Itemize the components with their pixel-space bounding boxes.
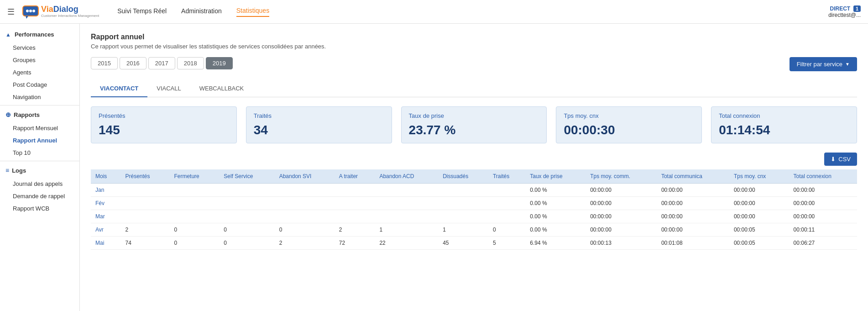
sidebar-item-agents[interactable]: Agents [0, 66, 79, 79]
cell-value: 00:00:00 [729, 184, 789, 197]
year-tab-2018[interactable]: 2018 [177, 57, 204, 69]
kpi-presentes-value: 145 [99, 123, 229, 137]
sidebar-item-rapport-wcb[interactable]: Rapport WCB [0, 202, 79, 215]
nav-statistiques[interactable]: Statistiques [236, 7, 269, 17]
year-tab-2019[interactable]: 2019 [206, 57, 233, 69]
year-tab-2017[interactable]: 2017 [148, 57, 175, 69]
table-body: Jan0.00 %00:00:0000:00:0000:00:0000:00:0… [91, 184, 857, 250]
cell-value: 1 [375, 223, 438, 237]
col-a-traiter: A traiter [335, 169, 375, 184]
col-selfservice: Self Service [219, 169, 274, 184]
cell-value: 72 [335, 237, 375, 250]
cell-value [219, 197, 274, 210]
sidebar-item-services[interactable]: Services [0, 42, 79, 54]
tab-webcallback[interactable]: WEBCALLBACK [190, 80, 253, 97]
sidebar-section-rapports-header[interactable]: ⊕ Rapports [0, 107, 79, 122]
table-row: Avr200021100.00 %00:00:0000:00:0000:00:0… [91, 223, 857, 237]
col-taux-prise: Taux de prise [525, 169, 586, 184]
nav-suivi[interactable]: Suivi Temps Réel [117, 7, 167, 16]
cell-value: 0 [169, 237, 219, 250]
sidebar-item-navigation[interactable]: Navigation [0, 91, 79, 103]
sidebar-section-performances-header[interactable]: ▲ Performances [0, 27, 79, 42]
sidebar-rapports-label: Rapports [14, 111, 40, 118]
year-tab-2016[interactable]: 2016 [120, 57, 146, 69]
cell-value [335, 197, 375, 210]
year-tabs: 2015 2016 2017 2018 2019 [91, 57, 790, 77]
sidebar-item-journal[interactable]: Journal des appels [0, 178, 79, 190]
cell-value: 0 [169, 223, 219, 237]
user-direct: DIRECT 1 [830, 5, 861, 12]
year-tab-2015[interactable]: 2015 [91, 57, 118, 69]
cell-value: 0.00 % [525, 184, 586, 197]
sidebar-divider-1 [0, 105, 79, 105]
sidebar-item-demande-rappel[interactable]: Demande de rappel [0, 190, 79, 202]
kpi-cards: Présentés 145 Traités 34 Taux de prise 2… [91, 106, 857, 143]
cell-value: 1 [438, 223, 488, 237]
sidebar-section-logs-header[interactable]: ≡ Logs [0, 163, 79, 178]
tab-viacall[interactable]: VIACALL [147, 80, 190, 97]
sidebar-item-top10[interactable]: Top 10 [0, 147, 79, 159]
col-abandon-acd: Abandon ACD [375, 169, 438, 184]
sidebar-item-rapport-annuel[interactable]: Rapport Annuel [0, 134, 79, 147]
chevron-down-icon: ▼ [845, 62, 850, 67]
year-tabs-list: 2015 2016 2017 2018 2019 [91, 57, 790, 69]
cell-value: 00:00:00 [657, 223, 729, 237]
cell-value [438, 184, 488, 197]
cell-value [121, 197, 170, 210]
topnav: ☰ Via Dialog Customer Interactions Manag… [0, 0, 868, 24]
cell-month: Mai [91, 237, 121, 250]
table-row: Mar0.00 %00:00:0000:00:0000:00:0000:00:0… [91, 210, 857, 223]
kpi-presentes-label: Présentés [99, 112, 229, 119]
sidebar-performances-label: Performances [15, 31, 54, 38]
col-traites: Traités [488, 169, 525, 184]
filter-service-button[interactable]: Filtrer par service ▼ [790, 57, 857, 71]
cell-value [438, 197, 488, 210]
cell-value [488, 184, 525, 197]
hamburger-icon[interactable]: ☰ [7, 7, 15, 17]
cell-value: 45 [438, 237, 488, 250]
kpi-taux-prise-value: 23.77 % [409, 123, 539, 137]
cell-value: 00:06:27 [789, 237, 857, 250]
csv-button[interactable]: ⬇ CSV [824, 153, 857, 166]
sidebar-item-postcodage[interactable]: Post Codage [0, 79, 79, 91]
nav-administration[interactable]: Administration [181, 7, 222, 16]
kpi-traites-value: 34 [254, 123, 384, 137]
cell-value: 5 [488, 237, 525, 250]
kpi-taux-prise: Taux de prise 23.77 % [401, 106, 547, 143]
kpi-total-connexion: Total connexion 01:14:54 [711, 106, 857, 143]
cell-month: Fév [91, 197, 121, 210]
sidebar: ▲ Performances Services Groupes Agents P… [0, 24, 80, 311]
cell-value [375, 197, 438, 210]
cell-value: 0 [488, 223, 525, 237]
cell-value: 00:00:00 [657, 184, 729, 197]
cell-value: 22 [375, 237, 438, 250]
cell-value [219, 210, 274, 223]
cell-value: 74 [121, 237, 170, 250]
col-abandon-svi: Abandon SVI [275, 169, 335, 184]
table-row: Jan0.00 %00:00:0000:00:0000:00:0000:00:0… [91, 184, 857, 197]
service-tabs: VIACONTACT VIACALL WEBCALLBACK [91, 80, 857, 97]
svg-point-3 [26, 10, 29, 12]
col-fermeture: Fermeture [169, 169, 219, 184]
cell-value [438, 210, 488, 223]
report-title: Rapport annuel [91, 33, 857, 41]
cell-value [275, 210, 335, 223]
cell-value: 00:00:11 [789, 223, 857, 237]
data-table: Mois Présentés Fermeture Self Service Ab… [91, 169, 857, 250]
svg-marker-2 [26, 16, 28, 19]
table-header-row: Mois Présentés Fermeture Self Service Ab… [91, 169, 857, 184]
logo-dialog: Dialog [53, 5, 78, 14]
rapports-icon: ⊕ [5, 111, 11, 118]
cell-value: 0 [219, 223, 274, 237]
cell-value [219, 184, 274, 197]
table-row: Mai7400272224556.94 %00:00:1300:01:0800:… [91, 237, 857, 250]
sidebar-item-rapport-mensuel[interactable]: Rapport Mensuel [0, 122, 79, 134]
tab-viacontact[interactable]: VIACONTACT [91, 80, 147, 97]
cell-value [488, 197, 525, 210]
cell-value [375, 184, 438, 197]
col-dissuades: Dissuadés [438, 169, 488, 184]
report-desc: Ce rapport vous permet de visualiser les… [91, 43, 857, 50]
cell-month: Mar [91, 210, 121, 223]
cell-value: 00:00:00 [586, 184, 657, 197]
sidebar-item-groupes[interactable]: Groupes [0, 54, 79, 66]
